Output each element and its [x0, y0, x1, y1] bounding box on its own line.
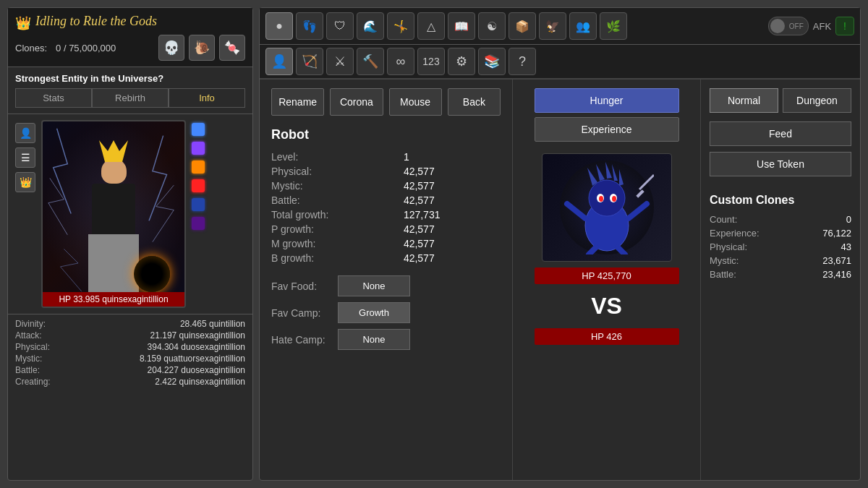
p-growth-label: P growth: — [271, 223, 389, 235]
total-growth-label: Total growth: — [271, 209, 389, 221]
nav-triangle-btn[interactable]: △ — [417, 12, 445, 40]
gems-column — [192, 120, 205, 308]
dungeon-mode-btn[interactable]: Dungeon — [783, 88, 851, 113]
nav2-books-btn[interactable]: 📚 — [478, 48, 506, 75]
toggle-circle — [770, 19, 785, 33]
hate-camp-btn[interactable]: None — [338, 329, 410, 350]
clone-myst-value: 23,671 — [822, 255, 851, 266]
back-btn[interactable]: Back — [448, 88, 501, 116]
nav2-123-btn[interactable]: 123 — [417, 48, 445, 75]
svg-line-15 — [639, 175, 654, 189]
svg-line-2 — [629, 204, 647, 218]
robot-title: Robot — [271, 127, 501, 142]
head — [101, 158, 127, 184]
hakama — [88, 234, 139, 292]
tab-stats[interactable]: Stats — [15, 88, 92, 108]
stat-battle: Battle: 204.227 duosexagintillion — [15, 365, 245, 375]
snail-icon-btn[interactable]: 🐌 — [189, 35, 215, 61]
right-section: Normal Dungeon Feed Use Token Custom Clo… — [701, 80, 860, 480]
stat-mystic: Mystic: 8.159 quattuorsexagintillion — [15, 354, 245, 364]
p-growth-value: 42,577 — [404, 223, 501, 235]
corona-btn[interactable]: Corona — [330, 88, 383, 116]
battle-label: Battle: — [15, 365, 40, 375]
experience-btn[interactable]: Experience — [535, 117, 679, 142]
top-nav: ● 👣 🛡 🌊 🤸 △ 📖 ☯ 📦 🦅 👥 🌿 OFF AFK ! — [260, 8, 860, 45]
list-side-icon[interactable]: ☰ — [15, 147, 35, 168]
myst-value: 42,577 — [404, 180, 501, 192]
nav-leaf-btn[interactable]: 🌿 — [600, 12, 627, 40]
fav-food-row: Fav Food: None — [271, 275, 501, 296]
entity-section: Strongest Entity in the Universe? Stats … — [8, 67, 252, 114]
mode-buttons: Normal Dungeon — [710, 88, 851, 113]
game-title: Idling to Rule the Gods — [35, 14, 157, 29]
left-header: 👑 Idling to Rule the Gods Clones: 0 / 75… — [8, 8, 252, 67]
gem-blue — [192, 123, 205, 136]
clone-battle-value: 23,416 — [822, 269, 851, 280]
nav-bird-btn[interactable]: 🦅 — [539, 12, 566, 40]
candy-icon-btn[interactable]: 🍬 — [219, 35, 245, 61]
tab-rebirth[interactable]: Rebirth — [92, 88, 169, 108]
fav-food-btn[interactable]: None — [338, 275, 410, 296]
nav-book-btn[interactable]: 📖 — [448, 12, 475, 40]
skull-icon-btn[interactable]: 💀 — [158, 35, 184, 61]
phys-label: Physical: — [271, 166, 389, 177]
nav-walk-btn[interactable]: 👣 — [296, 12, 323, 40]
clone-phys-value: 43 — [841, 241, 851, 252]
clone-phys-label: Physical: — [710, 241, 747, 252]
mouse-btn[interactable]: Mouse — [389, 88, 442, 116]
level-label: Level: — [271, 151, 389, 163]
nav-yin-btn[interactable]: ☯ — [478, 12, 506, 40]
divinity-label: Divinity: — [15, 319, 46, 329]
nav2-hammer-btn[interactable]: 🔨 — [357, 48, 384, 75]
battle-label2: Battle: — [271, 194, 389, 206]
b-growth-label: B growth: — [271, 252, 389, 264]
nav-water-btn[interactable]: 🌊 — [357, 12, 384, 40]
nav-shield-btn[interactable]: 🛡 — [326, 12, 354, 40]
vs-section: Hunger Experience — [513, 80, 701, 480]
tabs-row: Stats Rebirth Info — [15, 88, 245, 108]
left-panel: 👑 Idling to Rule the Gods Clones: 0 / 75… — [7, 7, 253, 481]
character-stats-section: Divinity: 28.465 quintillion Attack: 21.… — [8, 314, 252, 393]
hunger-btn[interactable]: Hunger — [535, 88, 679, 113]
nav-home-btn[interactable]: ● — [265, 12, 293, 40]
nav2-arrow-btn[interactable]: 🏹 — [296, 48, 323, 75]
stat-creating: Creating: 2.422 quinsexagintillion — [15, 377, 245, 387]
fav-camp-btn[interactable]: Growth — [338, 302, 410, 323]
physical-label: Physical: — [15, 342, 50, 352]
svg-marker-7 — [596, 164, 605, 181]
middle-section: Rename Corona Mouse Back Robot Level: 1 … — [260, 80, 513, 480]
afk-label: AFK — [813, 21, 831, 32]
rename-btn[interactable]: Rename — [271, 88, 324, 116]
right-panel: ● 👣 🛡 🌊 🤸 △ 📖 ☯ 📦 🦅 👥 🌿 OFF AFK ! — [259, 7, 861, 481]
nav-box-btn[interactable]: 📦 — [509, 12, 536, 40]
nav2-sword-btn[interactable]: ⚔ — [326, 48, 354, 75]
tab-info[interactable]: Info — [169, 88, 245, 108]
afk-toggle[interactable]: OFF — [768, 17, 809, 35]
action-buttons-row: Rename Corona Mouse Back — [271, 88, 501, 116]
pet-svg — [560, 160, 654, 254]
physical-value: 394.304 duosexagintillion — [148, 342, 245, 352]
nav2-question-btn[interactable]: ? — [509, 48, 536, 75]
svg-line-4 — [618, 247, 625, 254]
person-side-icon[interactable]: 👤 — [15, 123, 35, 143]
crown-side-icon[interactable]: 👑 — [15, 172, 35, 192]
attack-value: 21.197 quinsexagintillion — [150, 330, 245, 341]
nav2-infinity-btn[interactable]: ∞ — [387, 48, 414, 75]
mystic-value: 8.159 quattuorsexagintillion — [140, 354, 245, 364]
attack-label: Attack: — [15, 330, 42, 341]
creating-label: Creating: — [15, 377, 51, 387]
b-growth-value: 42,577 — [404, 252, 501, 264]
svg-marker-6 — [587, 168, 597, 186]
fav-camp-label: Fav Camp: — [271, 307, 329, 319]
nav-person-btn[interactable]: 🤸 — [387, 12, 414, 40]
nav-people-btn[interactable]: 👥 — [569, 12, 597, 40]
normal-mode-btn[interactable]: Normal — [710, 88, 778, 113]
use-token-btn[interactable]: Use Token — [710, 152, 851, 176]
feed-btn[interactable]: Feed — [710, 121, 851, 146]
vs-text: VS — [591, 293, 622, 320]
nav2-person-btn[interactable]: 👤 — [265, 48, 293, 75]
pet-drawing — [560, 160, 654, 254]
nav2-gear-btn[interactable]: ⚙ — [448, 48, 475, 75]
exclaim-btn[interactable]: ! — [835, 17, 854, 35]
content-area: Rename Corona Mouse Back Robot Level: 1 … — [260, 80, 860, 480]
